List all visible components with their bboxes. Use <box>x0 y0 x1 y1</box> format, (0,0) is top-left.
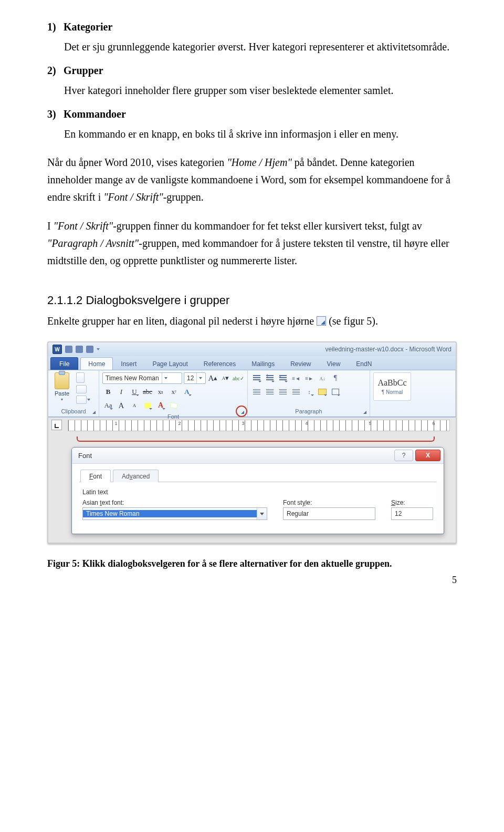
group-font: Times New Roman 12 A▴ A▾ abc✓ B I U abc <box>99 370 248 417</box>
dropdown-arrow-icon[interactable] <box>257 508 267 519</box>
tab-references[interactable]: References <box>196 357 244 370</box>
multilevel-list-button[interactable] <box>277 372 289 384</box>
figure-caption: Figur 5: Klikk dialogboksvelgeren for å … <box>47 558 457 569</box>
clear-formatting-button[interactable] <box>168 400 180 411</box>
borders-button[interactable] <box>330 386 341 398</box>
tab-insert[interactable]: Insert <box>113 357 144 370</box>
asian-font-field[interactable]: Times New Roman <box>82 507 267 520</box>
clipboard-dialog-launcher[interactable] <box>89 408 97 415</box>
ribbon: Paste ▼ Clipboard Tim <box>48 370 456 417</box>
list-item-3: 3) Kommandoer En kommando er en knapp, e… <box>47 108 457 142</box>
sort-button[interactable] <box>317 372 328 384</box>
paste-button[interactable]: Paste ▼ <box>51 372 72 407</box>
font-size-field[interactable]: 12 <box>391 507 433 520</box>
numbering-button[interactable] <box>264 372 276 384</box>
font-dialog: Font ? X FFontont AdvancedAdvanced Latin <box>71 447 444 534</box>
window-title: veiledning-master-w10.docx - Microsoft W… <box>325 346 452 353</box>
paragraph-3: Enkelte grupper har en liten, diagonal p… <box>47 313 457 330</box>
tab-review[interactable]: Review <box>282 357 319 370</box>
change-case-button[interactable]: Aa <box>102 400 114 411</box>
tab-endnote[interactable]: EndN <box>348 357 380 370</box>
document-area: Font ? X FFontont AdvancedAdvanced Latin <box>48 431 456 543</box>
strikethrough-button[interactable]: abc <box>142 386 153 398</box>
line-spacing-button[interactable] <box>303 386 315 398</box>
text-effects-button[interactable]: A <box>181 386 193 398</box>
align-left-button[interactable] <box>251 386 262 398</box>
dialog-launcher-icon <box>317 316 326 326</box>
dialog-title: Font <box>78 452 92 460</box>
tab-file[interactable]: File <box>50 357 78 370</box>
paragraph-1: Når du åpner Word 2010, vises kategorien… <box>47 154 457 206</box>
spell-check-icon[interactable]: abc✓ <box>233 372 244 384</box>
qat-save-icon[interactable] <box>65 346 72 353</box>
align-right-button[interactable] <box>277 386 289 398</box>
italic-button[interactable]: I <box>116 386 127 398</box>
align-center-button[interactable] <box>264 386 276 398</box>
subsection-heading: 2.1.1.2 Dialogboksvelgere i grupper <box>47 294 457 307</box>
qat-customize-icon[interactable] <box>97 348 100 350</box>
asian-font-label: Asian text font: <box>82 499 267 506</box>
dialog-help-button[interactable]: ? <box>394 450 413 461</box>
window-titlebar: W veiledning-master-w10.docx - Microsoft… <box>48 342 456 356</box>
ruler-area: 1 2 3 4 5 6 <box>48 417 456 431</box>
font-style-field[interactable]: Regular <box>283 507 375 520</box>
tab-mailings[interactable]: Mailings <box>244 357 282 370</box>
format-painter-button[interactable] <box>76 396 87 404</box>
group-label-paragraph: Paragraph <box>251 407 366 415</box>
dialog-close-button[interactable]: X <box>415 450 440 461</box>
decrease-indent-button[interactable]: ≡◄ <box>290 372 302 384</box>
font-dialog-launcher[interactable] <box>238 408 245 415</box>
group-paragraph: ≡◄ ≡► ¶ Paragraph <box>248 370 370 417</box>
shrink-font-2-button[interactable]: A <box>129 400 140 411</box>
group-styles: AaBbCc ¶ Normal <box>370 370 456 417</box>
tab-page-layout[interactable]: Page Layout <box>144 357 195 370</box>
paragraph-dialog-launcher[interactable] <box>360 408 368 415</box>
list-title-3: Kommandoer <box>64 108 126 120</box>
dialog-titlebar[interactable]: Font ? X <box>72 448 444 464</box>
qat-redo-icon[interactable] <box>86 346 93 353</box>
cut-button[interactable] <box>76 372 85 383</box>
group-label-font: Font <box>102 413 244 420</box>
superscript-button[interactable]: x² <box>168 386 180 398</box>
word-ribbon-screenshot: W veiledning-master-w10.docx - Microsoft… <box>47 341 457 544</box>
dialog-tab-font[interactable]: FFontont <box>80 470 111 482</box>
bullets-button[interactable] <box>251 372 262 384</box>
dialog-tab-advanced[interactable]: AdvancedAdvanced <box>113 470 159 482</box>
tab-selector[interactable] <box>51 420 62 430</box>
font-size-combo[interactable]: 12 <box>184 372 206 384</box>
font-color-button[interactable]: A <box>155 400 166 411</box>
justify-button[interactable] <box>290 386 302 398</box>
horizontal-ruler[interactable]: 1 2 3 4 5 6 <box>68 420 450 431</box>
grow-font-2-button[interactable]: A <box>116 400 127 411</box>
ribbon-tabs: File Home Insert Page Layout References … <box>48 356 456 370</box>
tab-home[interactable]: Home <box>80 357 113 370</box>
callout-bracket <box>77 436 435 442</box>
shading-button[interactable] <box>317 386 328 398</box>
list-item-2: 2) Grupper Hver kategori inneholder fler… <box>47 65 457 99</box>
list-title-1: Kategorier <box>64 21 112 33</box>
list-title-2: Grupper <box>64 65 103 76</box>
font-style-label: Font style: <box>283 499 375 506</box>
grow-font-button[interactable]: A▴ <box>207 372 218 384</box>
list-num-1: 1) <box>47 21 61 33</box>
increase-indent-button[interactable]: ≡► <box>303 372 315 384</box>
group-clipboard: Paste ▼ Clipboard <box>48 370 99 417</box>
bold-button[interactable]: B <box>102 386 114 398</box>
style-normal[interactable]: AaBbCc ¶ Normal <box>373 372 411 401</box>
copy-button[interactable] <box>76 385 87 393</box>
subscript-button[interactable]: x₂ <box>155 386 166 398</box>
list-body-1: Det er sju grunnleggende kategorier øver… <box>64 38 457 55</box>
font-size-label: Size: <box>391 499 433 506</box>
list-body-3: En kommando er en knapp, en boks til å s… <box>64 126 457 142</box>
paragraph-2: I "Font / Skrift"-gruppen finner du komm… <box>47 217 457 269</box>
underline-button[interactable]: U <box>129 386 140 398</box>
qat-undo-icon[interactable] <box>76 346 83 353</box>
word-logo-icon: W <box>52 345 62 354</box>
shrink-font-button[interactable]: A▾ <box>220 372 231 384</box>
list-num-3: 3) <box>47 108 61 120</box>
tab-view[interactable]: View <box>319 357 349 370</box>
paste-icon <box>55 372 69 389</box>
font-name-combo[interactable]: Times New Roman <box>102 372 182 384</box>
show-hide-button[interactable]: ¶ <box>330 372 341 384</box>
highlight-button[interactable] <box>142 400 153 411</box>
